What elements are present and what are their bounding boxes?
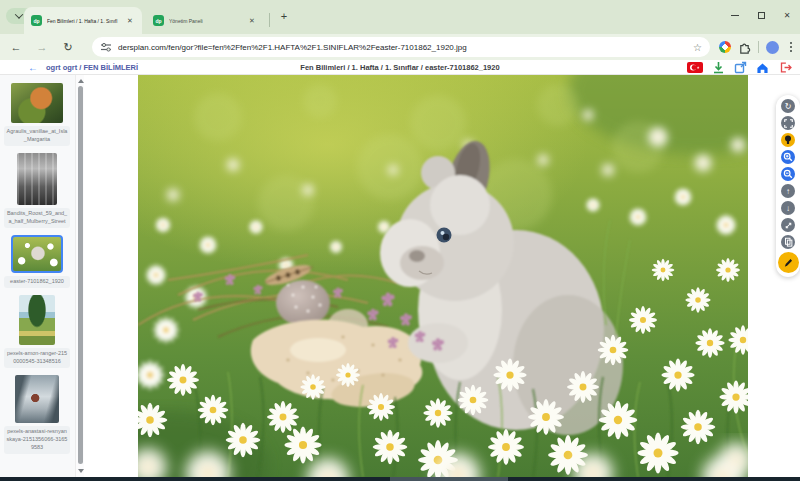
thumbnail-image[interactable] (15, 375, 59, 423)
file-label: pexels-anastasi-resnyanskaya-2151356066-… (4, 426, 70, 454)
back-arrow-icon[interactable]: ← (28, 62, 38, 73)
annotate-button[interactable] (778, 252, 799, 273)
dersplan-logo-icon: dp (153, 15, 164, 26)
copy-page-button[interactable] (781, 235, 795, 249)
horizontal-scrollbar-thumb[interactable] (390, 477, 508, 481)
close-icon[interactable]: ✕ (247, 16, 257, 26)
turkish-flag-icon[interactable] (687, 62, 703, 73)
divider (758, 41, 759, 53)
tab-title: Fen Bilimleri / 1. Hafta / 1. Sınıfl (47, 18, 120, 24)
profile-avatar[interactable] (766, 41, 779, 54)
sidebar-item-bandits-roost[interactable]: Bandits_Roost_59_and_a_half_Mulberry_Str… (4, 153, 70, 228)
browser-window: dp Fen Bilimleri / 1. Hafta / 1. Sınıfl … (0, 0, 800, 481)
app-header: ← ogrt ogrt / FEN BİLİMLERİ Fen Bilimler… (0, 60, 800, 75)
file-label: easter-7101862_1920 (4, 276, 70, 288)
window-maximize-button[interactable] (748, 0, 774, 30)
zoom-out-icon (783, 169, 793, 179)
fit-screen-button[interactable] (781, 116, 795, 130)
reload-button[interactable]: ↻ (58, 37, 78, 57)
forward-button[interactable]: → (32, 37, 52, 57)
dersplan-logo-icon: dp (31, 15, 42, 26)
thumbnail-image[interactable] (11, 83, 63, 123)
logout-icon[interactable] (778, 61, 792, 74)
open-external-icon[interactable] (734, 61, 747, 74)
extensions-puzzle-icon[interactable] (738, 41, 751, 54)
url-text: dersplan.com/fen/gor?file=fen%2Ffen%2F1.… (118, 43, 687, 52)
home-icon[interactable] (756, 62, 769, 74)
horizontal-scrollbar[interactable] (0, 477, 800, 481)
file-label: pexels-amon-ranger-2150000545-31348516 (4, 348, 70, 368)
thumbnail-image-selected[interactable] (11, 235, 63, 273)
lightbulb-icon (784, 135, 792, 145)
fullscreen-icon (784, 119, 793, 128)
toolbar-right-icons (719, 37, 796, 57)
sidebar-scrollbar[interactable] (75, 75, 84, 477)
sidebar-item-butterfly[interactable]: Agraulis_vanillae_at_Isla_Margarita (4, 83, 70, 146)
sidebar-item-easter-selected[interactable]: easter-7101862_1920 (4, 235, 70, 288)
maximize-icon (758, 12, 765, 19)
breadcrumb-label: ogrt ogrt / FEN BİLİMLERİ (46, 63, 138, 72)
move-down-button[interactable]: ↓ (781, 201, 795, 215)
download-icon[interactable] (712, 61, 725, 74)
tab-title: Yönetim Paneli (169, 18, 242, 24)
breadcrumb[interactable]: ← ogrt ogrt / FEN BİLİMLERİ (28, 62, 138, 73)
chrome-lens-icon[interactable] (719, 41, 731, 53)
pages-icon (784, 237, 793, 247)
browser-menu-button[interactable] (786, 42, 796, 52)
window-close-button[interactable]: ✕ (774, 0, 800, 30)
sidebar-item-amon-ranger[interactable]: pexels-amon-ranger-2150000545-31348516 (4, 295, 70, 368)
bookmark-star-button[interactable]: ☆ (693, 42, 702, 53)
expand-button[interactable] (781, 218, 795, 232)
pencil-icon (783, 257, 794, 268)
site-info-icon[interactable] (100, 42, 112, 52)
window-controls: ✕ (722, 0, 800, 30)
chevron-down-icon (15, 10, 23, 18)
window-minimize-button[interactable] (722, 0, 748, 30)
highlight-button[interactable] (781, 133, 795, 147)
page-title: Fen Bilimleri / 1. Hafta / 1. Sınıflar /… (150, 63, 650, 72)
header-actions (687, 61, 792, 74)
move-up-button[interactable]: ↑ (781, 184, 795, 198)
image-tool-rail: ↻ (776, 95, 800, 277)
zoom-out-button[interactable] (781, 167, 795, 181)
address-bar[interactable]: dersplan.com/fen/gor?file=fen%2Ffen%2F1.… (92, 37, 710, 57)
thumbnail-image[interactable] (19, 295, 55, 345)
thumbnail-image[interactable] (17, 153, 57, 205)
tab-strip: dp Fen Bilimleri / 1. Hafta / 1. Sınıfl … (0, 0, 800, 34)
file-label: Agraulis_vanillae_at_Isla_Margarita (4, 126, 70, 146)
back-button[interactable]: ← (6, 37, 26, 57)
zoom-in-icon (783, 152, 793, 162)
file-label: Bandits_Roost_59_and_a_half_Mulberry_Str… (4, 208, 70, 228)
minimize-icon (731, 15, 739, 16)
tab-fen-bilimleri[interactable]: dp Fen Bilimleri / 1. Hafta / 1. Sınıfl … (24, 7, 142, 34)
tab-divider (269, 13, 270, 27)
browser-toolbar: ← → ↻ dersplan.com/fen/gor?file=fen%2Ffe… (0, 34, 800, 60)
zoom-in-button[interactable] (781, 150, 795, 164)
file-thumbnail-sidebar: Agraulis_vanillae_at_Isla_Margarita Band… (0, 75, 84, 477)
main-image-easter-bunny (138, 75, 748, 477)
reset-view-button[interactable]: ↻ (781, 99, 795, 113)
sidebar-item-anastasi[interactable]: pexels-anastasi-resnyanskaya-2151356066-… (4, 375, 70, 454)
viewer-stage: › ↻ (84, 75, 800, 477)
close-icon[interactable]: ✕ (125, 16, 135, 26)
scrollbar-thumb[interactable] (78, 86, 83, 464)
new-tab-button[interactable]: + (276, 9, 292, 25)
thumbnail-list: Agraulis_vanillae_at_Isla_Margarita Band… (0, 75, 74, 454)
tab-yonetim-paneli[interactable]: dp Yönetim Paneli ✕ (146, 7, 264, 34)
resize-diagonal-icon (784, 221, 793, 230)
